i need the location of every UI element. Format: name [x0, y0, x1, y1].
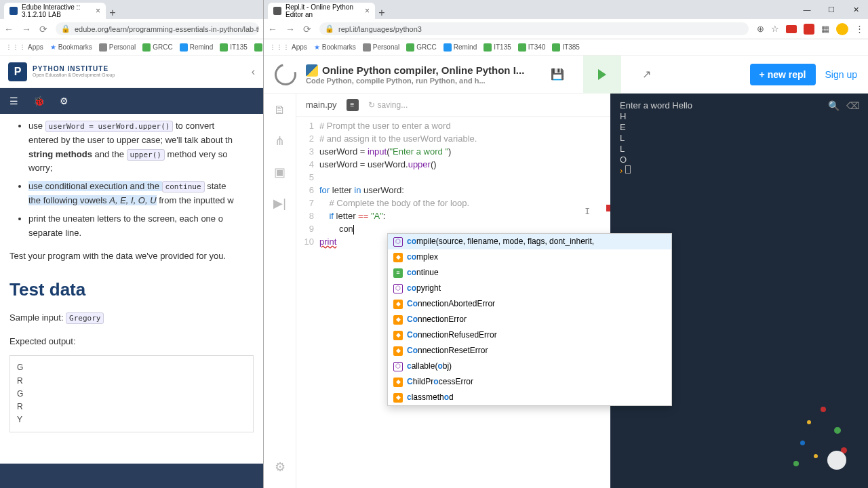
signup-link[interactable]: Sign up [825, 69, 857, 80]
run-button[interactable] [583, 56, 621, 94]
code-editor[interactable]: 12345678910 # Prompt the user to enter a… [296, 117, 610, 248]
caret-icon: I [585, 205, 590, 218]
keyword-icon: ◆ [393, 331, 403, 340]
code-chip: continue [162, 181, 205, 192]
forward-icon[interactable]: → [22, 24, 31, 35]
url-input[interactable]: 🔒 repl.it/languages/python3 [319, 22, 749, 35]
gear-icon[interactable]: ⚙ [60, 96, 68, 106]
console-line: H [620, 111, 859, 122]
new-repl-button[interactable]: + new repl [750, 64, 816, 85]
url-text: repl.it/languages/python3 [338, 25, 422, 33]
forward-icon[interactable]: → [285, 24, 295, 35]
bookmark-bookmarks[interactable]: ★ Bookmarks [50, 43, 92, 51]
edube-header: P PYTHON INSTITUTE Open Education & Deve… [0, 56, 263, 88]
share-icon[interactable]: ↗ [631, 61, 663, 88]
menu-icon[interactable]: ⋮ [855, 24, 864, 34]
console-line: L [620, 144, 859, 155]
edube-content: use userWord = userWord.upper() to conve… [0, 114, 263, 438]
packages-icon[interactable]: ▣ [274, 165, 285, 180]
bookmark-bookmarks[interactable]: ★ Bookmarks [314, 43, 356, 51]
bookmark-it340[interactable]: IT340 [518, 43, 546, 52]
file-tab-main[interactable]: main.py [306, 100, 337, 110]
replit-header: Online Python compiler, Online Python I.… [264, 56, 868, 94]
code-chip: upper() [127, 149, 165, 161]
autocomplete-item[interactable]: ◆ConnectionRefusedError [388, 327, 671, 343]
test-data-heading: Test data [9, 276, 254, 304]
minimize-button[interactable]: — [795, 0, 819, 19]
collapse-icon[interactable]: ‹ [252, 66, 255, 78]
keyword-icon: ◆ [393, 300, 403, 309]
save-icon[interactable]: 💾 [541, 61, 574, 88]
right-bookmarks-bar: ⋮⋮⋮ Apps ★ Bookmarks Personal GRCC Remin… [264, 39, 868, 56]
bookmark-remind[interactable]: Remind [180, 43, 213, 52]
wrap-icon[interactable]: ≡ [347, 99, 359, 111]
debug-icon[interactable]: ▶| [273, 196, 286, 211]
instruction-item-1: use userWord = userWord.upper() to conve… [28, 119, 254, 176]
function-icon: ⬡ [393, 284, 403, 293]
back-icon[interactable]: ← [4, 24, 14, 35]
apps-button[interactable]: ⋮⋮⋮ Apps [5, 43, 43, 51]
bookmark-personal[interactable]: Personal [363, 43, 399, 52]
version-icon[interactable]: ⋔ [275, 134, 285, 148]
favicon-icon [9, 7, 18, 15]
right-tab-strip: Repl.it - Online Python Editor an × + — … [264, 0, 868, 19]
menu-icon[interactable]: ☰ [9, 96, 18, 106]
profile-avatar-icon[interactable] [836, 23, 848, 35]
reload-icon[interactable]: ⟳ [303, 24, 311, 35]
maximize-button[interactable]: ☐ [819, 0, 844, 19]
close-window-button[interactable]: ✕ [844, 0, 868, 19]
apps-button[interactable]: ⋮⋮⋮ Apps [269, 43, 307, 51]
close-icon[interactable]: × [96, 6, 100, 16]
url-text: edube.org/learn/programming-essentials-i… [75, 25, 259, 33]
settings-icon[interactable]: ⚙ [275, 460, 285, 474]
new-tab-button[interactable]: + [106, 7, 119, 19]
autocomplete-item[interactable]: ◆classmethod [388, 390, 671, 405]
zoom-icon[interactable]: ⊕ [757, 24, 764, 34]
bookmark-it385[interactable]: IT385 [552, 43, 580, 52]
test-instruction: Test your program with the data we've pr… [9, 249, 254, 264]
console-tools: 🔍 ⌫ [828, 100, 860, 111]
bookmark-it135[interactable]: IT135 [220, 43, 248, 52]
autocomplete-item[interactable]: ◆ConnectionAbortedError [388, 296, 671, 312]
bookmark-grcc[interactable]: GRCC [406, 43, 436, 52]
autocomplete-item[interactable]: ◆ConnectionError [388, 312, 671, 327]
decorative-dots-icon [780, 400, 861, 481]
back-icon[interactable]: ← [268, 24, 277, 35]
expected-output-label: Expected output: [9, 335, 254, 349]
edube-logo-text: PYTHON INSTITUTE Open Education & Develo… [33, 65, 115, 78]
url-input[interactable]: 🔒 edube.org/learn/programming-essentials… [56, 22, 259, 35]
autocomplete-item[interactable]: ⬡callable(obj) [388, 359, 671, 374]
autocomplete-item[interactable]: ⬡copyright [388, 281, 671, 296]
browser-tab-edube[interactable]: Edube Interactive :: 3.1.2.10 LAB × [4, 3, 106, 19]
console-line: O [620, 155, 859, 165]
favicon-icon [273, 7, 281, 15]
search-icon[interactable]: 🔍 [828, 100, 840, 111]
bookmark-it135[interactable]: IT135 [484, 43, 511, 52]
autocomplete-item[interactable]: ◆ConnectionResetError [388, 343, 671, 359]
replit-logo-icon[interactable] [271, 60, 300, 89]
bug-icon[interactable]: 🐞 [33, 96, 45, 106]
left-address-bar: ← → ⟳ 🔒 edube.org/learn/programming-esse… [0, 19, 263, 39]
bookmark-star-icon[interactable]: ☆ [771, 24, 779, 34]
line-gutter: 12345678910 [296, 119, 319, 248]
gmail-icon[interactable] [786, 25, 797, 33]
browser-tab-replit[interactable]: Repl.it - Online Python Editor an × [268, 3, 375, 19]
autocomplete-item[interactable]: ⬡compile(source, filename, mode, flags, … [388, 234, 671, 249]
bookmark-remind[interactable]: Remind [443, 43, 477, 52]
keyword-icon: ◆ [393, 253, 403, 262]
bookmark-personal[interactable]: Personal [99, 43, 136, 52]
extension-icon[interactable] [804, 24, 814, 35]
close-icon[interactable]: × [365, 6, 370, 16]
right-address-bar: ← → ⟳ 🔒 repl.it/languages/python3 ⊕ ☆ ▦ … [264, 19, 868, 39]
bookmark-grcc[interactable]: GRCC [142, 43, 172, 52]
reload-icon[interactable]: ⟳ [39, 24, 47, 35]
new-tab-button[interactable]: + [375, 7, 389, 19]
autocomplete-item[interactable]: ≡continue [388, 265, 671, 281]
extension-icon-2[interactable]: ▦ [821, 24, 829, 34]
autocomplete-item[interactable]: ◆ChildProcessError [388, 374, 671, 390]
autocomplete-item[interactable]: ◆complex [388, 249, 671, 265]
autocomplete-popup[interactable]: ⬡compile(source, filename, mode, flags, … [387, 233, 672, 406]
files-icon[interactable]: 🗎 [274, 103, 286, 117]
file-tab-bar: main.py ≡ ↻ saving... [296, 94, 610, 117]
clear-icon[interactable]: ⌫ [846, 100, 860, 111]
